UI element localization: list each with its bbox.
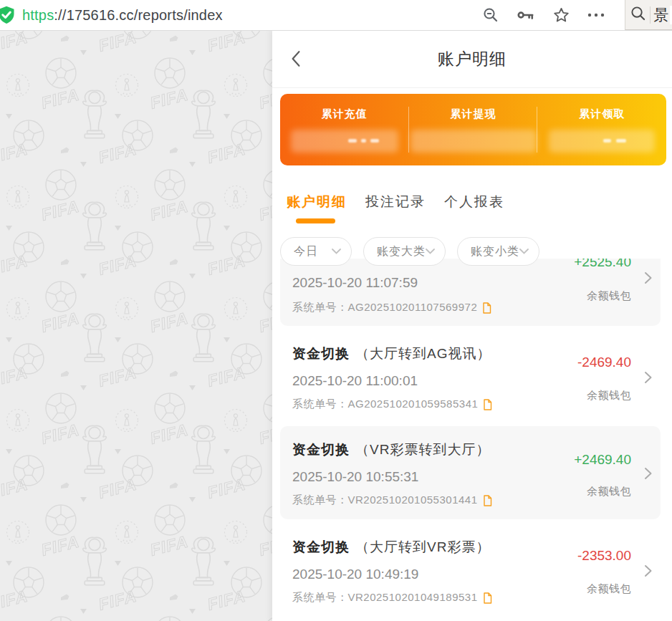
amount-value: +2469.40 <box>574 452 631 468</box>
find-search-icon[interactable] <box>630 6 645 24</box>
filter-label: 今日 <box>294 244 332 259</box>
amount-value: -2353.00 <box>577 548 631 564</box>
transaction-datetime: 2025-10-20 11:07:59 <box>292 275 418 291</box>
copy-icon[interactable] <box>483 592 492 604</box>
transaction-type: 资金切换 <box>292 346 350 361</box>
transaction-datetime: 2025-10-20 10:55:31 <box>292 469 418 485</box>
filter-major-type-dropdown[interactable]: 账变大类 <box>363 237 446 266</box>
redacted-dash <box>348 139 357 143</box>
transaction-title: 资金切换（大厅转到VR彩票） <box>292 538 490 557</box>
transaction-note: （VR彩票转到大厅） <box>355 442 490 457</box>
find-query-text[interactable]: 景 <box>654 5 669 25</box>
transaction-note: （大厅转到AG视讯） <box>355 346 491 361</box>
order-number: 系统单号：VR202510201055301441 <box>292 494 492 507</box>
zoom-out-icon[interactable] <box>482 6 499 24</box>
page-header: 账户明细 <box>272 30 672 88</box>
order-number-text: 系统单号：AG202510201107569972 <box>292 301 477 314</box>
wallet-label: 余额钱包 <box>587 389 631 403</box>
redacted-dash <box>361 139 366 143</box>
summary-col-withdraw: 累计提现 <box>409 94 538 165</box>
redacted-dash <box>603 139 611 143</box>
order-number-text: 系统单号：AG202510201059585341 <box>292 398 478 411</box>
back-button[interactable] <box>288 50 305 67</box>
copy-icon[interactable] <box>482 302 491 314</box>
find-in-page-bar: 景 <box>625 0 672 30</box>
redacted-dash <box>370 139 379 143</box>
filter-label: 账变大类 <box>377 244 426 259</box>
redacted-value <box>291 130 398 153</box>
redacted-value <box>549 130 655 153</box>
chevron-down-icon <box>519 249 529 254</box>
bookmark-star-icon[interactable] <box>552 6 570 24</box>
chevron-right-icon[interactable] <box>644 371 653 384</box>
wallet-label: 余额钱包 <box>587 582 631 596</box>
find-divider <box>650 6 651 24</box>
transaction-title: 资金切换（VR彩票转到大厅） <box>292 441 490 459</box>
redacted-value <box>411 130 537 153</box>
filter-label: 账变小类 <box>471 244 519 259</box>
filter-date-dropdown[interactable]: 今日 <box>280 237 352 266</box>
transaction-datetime: 2025-10-20 11:00:01 <box>292 373 418 389</box>
summary-col-claim: 累计领取 <box>537 94 666 165</box>
filter-bar: 今日 账变大类 账变小类 <box>272 236 672 259</box>
password-key-icon[interactable] <box>517 6 534 24</box>
summary-label: 累计提现 <box>409 107 538 121</box>
chevron-right-icon[interactable] <box>644 467 653 480</box>
order-number: 系统单号：AG202510201059585341 <box>292 398 492 411</box>
account-detail-panel: 账户明细 累计充值 累计提现 累计领取 账户明细 投注记录 个人报表 <box>272 30 672 621</box>
transaction-row[interactable]: 资金切换（VR彩票转到大厅） +2469.40 2025-10-20 10:55… <box>280 426 661 519</box>
wallet-label: 余额钱包 <box>587 485 631 499</box>
summary-label: 累计领取 <box>537 107 666 121</box>
browser-toolbar: https://175616.cc/reports/index 景 <box>0 0 672 31</box>
order-number-text: 系统单号：VR202510201055301441 <box>292 494 478 507</box>
transaction-note: （大厅转到VR彩票） <box>355 539 490 554</box>
url-path: ://175616.cc/reports/index <box>54 7 222 24</box>
secure-shield-icon <box>0 4 16 26</box>
transaction-type: 资金切换 <box>292 539 350 554</box>
summary-label: 累计充值 <box>280 107 409 121</box>
summary-col-deposit: 累计充值 <box>280 94 409 165</box>
filter-minor-type-dropdown[interactable]: 账变小类 <box>457 237 539 266</box>
more-menu-icon[interactable] <box>587 6 605 24</box>
transaction-row[interactable]: +2525.40 2025-10-20 11:07:59 系统单号：AG2025… <box>280 259 661 326</box>
chevron-down-icon <box>332 249 341 254</box>
address-bar[interactable]: https://175616.cc/reports/index <box>22 7 482 24</box>
find-caret <box>670 6 672 24</box>
copy-icon[interactable] <box>483 399 492 410</box>
transaction-row[interactable]: 资金切换（大厅转到AG视讯） -2469.40 2025-10-20 11:00… <box>280 333 661 419</box>
transaction-row[interactable]: 资金切换（大厅转到VR彩票） -2353.00 2025-10-20 10:49… <box>280 526 661 612</box>
order-number: 系统单号：AG202510201107569972 <box>292 301 491 314</box>
order-number: 系统单号：VR202510201049189531 <box>292 591 492 605</box>
url-scheme: https <box>22 7 54 24</box>
copy-icon[interactable] <box>483 495 492 506</box>
order-number-text: 系统单号：VR202510201049189531 <box>292 591 478 605</box>
chevron-down-icon <box>426 249 435 254</box>
transaction-type: 资金切换 <box>292 442 350 457</box>
amount-value: -2469.40 <box>577 355 631 370</box>
summary-gradient-card: 累计充值 累计提现 累计领取 <box>280 94 666 165</box>
transaction-datetime: 2025-10-20 10:49:19 <box>292 567 418 582</box>
transaction-title: 资金切换（大厅转到AG视讯） <box>292 345 491 363</box>
chevron-right-icon[interactable] <box>644 564 653 577</box>
wallet-label: 余额钱包 <box>587 289 631 303</box>
transaction-list[interactable]: +2525.40 2025-10-20 11:07:59 系统单号：AG2025… <box>272 259 672 621</box>
fifa-watermark-background: FIFA <box>0 30 272 621</box>
tab-personal-report[interactable]: 个人报表 <box>444 186 504 229</box>
redacted-dash <box>616 139 626 143</box>
amount-value: +2525.40 <box>574 259 631 270</box>
tab-bet-records[interactable]: 投注记录 <box>365 186 426 229</box>
page-title: 账户明细 <box>272 30 672 87</box>
chevron-right-icon[interactable] <box>644 271 653 284</box>
active-tab-underline <box>296 218 335 223</box>
